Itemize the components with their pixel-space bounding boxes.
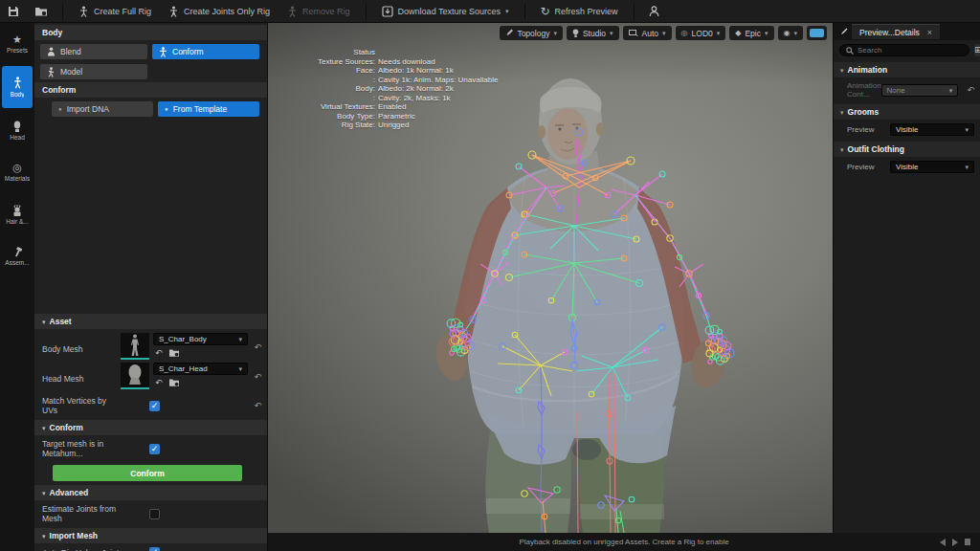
lighting-studio-dropdown[interactable]: Studio ▾	[567, 26, 619, 40]
visibility-dropdown[interactable]: ◉ ▾	[778, 26, 804, 40]
caret-down-icon: ▾	[610, 30, 613, 36]
reset-match-vertices-icon[interactable]: ↶	[248, 401, 261, 410]
refresh-preview-button[interactable]: ↻ Refresh Preview	[532, 0, 627, 22]
animation-content-value: None	[887, 86, 905, 95]
animation-content-select[interactable]: None ▾	[881, 84, 959, 97]
source-control-button[interactable]	[27, 0, 56, 22]
refresh-preview-label: Refresh Preview	[555, 7, 618, 16]
3d-viewport[interactable]: Status Texture Sources:Needs download Fa…	[268, 23, 833, 533]
caret-down-icon: ▾	[840, 109, 844, 116]
from-template-label: From Template	[173, 104, 228, 114]
match-vertices-row: Match Vertices by UVs ✓ ↶	[34, 392, 267, 418]
stop-icon[interactable]	[965, 539, 970, 545]
play-icon[interactable]	[952, 539, 958, 546]
create-joints-only-rig-label: Create Joints Only Rig	[184, 7, 270, 16]
step-back-icon[interactable]	[940, 539, 946, 546]
lod-dropdown[interactable]: ◎ LOD0 ▾	[676, 26, 726, 40]
status-label: Status	[283, 48, 375, 57]
body-mesh-value: S_Char_Body	[159, 335, 207, 343]
details-tab-bar: Preview...Details ×	[834, 23, 980, 40]
reset-head-mesh-icon[interactable]: ↶	[248, 363, 261, 382]
save-button[interactable]	[0, 0, 27, 22]
sidebar-item-materials[interactable]: ◎ Materials	[0, 151, 34, 193]
sidebar-item-label: Body	[11, 91, 25, 98]
sphere-icon: ◎	[12, 163, 22, 173]
caret-down-icon: ▾	[793, 30, 797, 36]
advanced-section-title: Advanced	[50, 488, 89, 497]
grooms-preview-select[interactable]: Visible ▾	[890, 123, 974, 136]
model-button[interactable]: Model	[40, 64, 147, 79]
match-vertices-checkbox[interactable]: ✓	[149, 401, 160, 411]
use-selected-asset-icon[interactable]: ↶	[155, 348, 163, 358]
use-selected-asset-icon[interactable]: ↶	[155, 378, 163, 387]
animation-section-header[interactable]: ▾ Animation	[834, 62, 980, 77]
head-mesh-thumbnail[interactable]	[121, 363, 149, 389]
remove-rig-button[interactable]: Remove Rig	[278, 0, 359, 22]
status-label: Texture Sources:	[283, 57, 375, 67]
conform-button[interactable]: Conform	[53, 465, 242, 481]
asset-section-header[interactable]: ▾ Asset	[34, 314, 267, 329]
import-mesh-section-header[interactable]: ▾ Import Mesh	[34, 528, 267, 543]
tab-preview-details[interactable]: Preview...Details ×	[852, 24, 940, 39]
import-dna-label: Import DNA	[67, 104, 109, 114]
head-icon	[12, 121, 22, 132]
conform-icon	[159, 47, 167, 57]
sidebar-item-hair[interactable]: Hair &...	[0, 193, 34, 235]
body-panel: Body Blend Conform Model Conform	[34, 23, 268, 551]
advanced-section-header[interactable]: ▾ Advanced	[34, 485, 267, 500]
view-options-icon[interactable]: ⊞	[974, 44, 980, 56]
estimate-joints-checkbox[interactable]	[149, 509, 160, 519]
toolbar-separator	[366, 4, 367, 19]
browse-to-asset-icon[interactable]	[168, 378, 180, 387]
grooms-section-title: Grooms	[848, 107, 880, 117]
target-mesh-label: Target mesh is in Metahum...	[42, 439, 138, 458]
browse-to-asset-icon[interactable]	[168, 348, 180, 358]
reset-body-mesh-icon[interactable]: ↶	[248, 333, 261, 352]
body-mesh-select[interactable]: S_Char_Body ▾	[153, 333, 248, 345]
blend-button[interactable]: Blend	[40, 44, 147, 59]
sidebar-item-label: Presets	[7, 47, 28, 54]
auto-rig-checkbox[interactable]: ✓	[149, 547, 160, 551]
lod-label: LOD0	[692, 29, 713, 38]
resolution-auto-dropdown[interactable]: Auto ▾	[623, 26, 672, 40]
sidebar-item-body[interactable]: Body	[2, 66, 33, 108]
caret-down-icon: ▾	[42, 319, 46, 325]
sidebar-item-assembly[interactable]: Assem...	[0, 235, 34, 277]
body-mesh-thumbnail[interactable]	[121, 333, 149, 360]
animation-content-label: Animation Cont...	[847, 81, 881, 99]
quality-epic-dropdown[interactable]: ◆ Epic ▾	[729, 26, 773, 40]
conform-settings-header[interactable]: ▾ Conform	[34, 420, 267, 435]
target-mesh-checkbox[interactable]: ✓	[149, 444, 160, 454]
create-full-rig-button[interactable]: Create Full Rig	[70, 0, 160, 22]
sidebar-item-head[interactable]: Head	[0, 109, 34, 151]
outfit-preview-select[interactable]: Visible ▾	[890, 161, 974, 173]
conform-tab-button[interactable]: Conform	[152, 44, 259, 59]
download-texture-sources-button[interactable]: Download Texture Sources ▾	[373, 0, 518, 22]
caret-down-icon: ▾	[42, 533, 46, 540]
studio-label: Studio	[583, 29, 606, 38]
body-mesh-label: Body Mesh	[42, 333, 121, 354]
toolbar-separator	[62, 4, 63, 19]
star-icon: ★	[12, 34, 22, 45]
reset-animation-content-icon[interactable]: ↶	[962, 85, 974, 95]
from-template-button[interactable]: ● From Template	[158, 101, 259, 117]
conform-tab-label: Conform	[172, 47, 204, 56]
import-dna-button[interactable]: ● Import DNA	[52, 101, 153, 117]
search-input[interactable]	[858, 46, 963, 55]
grooms-section-header[interactable]: ▾ Grooms	[834, 104, 980, 120]
status-label: Body:	[283, 84, 375, 94]
search-box[interactable]	[839, 44, 969, 56]
topology-dropdown[interactable]: Topology ▾	[500, 26, 563, 40]
sidebar-item-presets[interactable]: ★ Presets	[0, 23, 34, 65]
asset-section-title: Asset	[50, 317, 72, 326]
outfit-clothing-section-header[interactable]: ▾ Outfit Clothing	[834, 142, 980, 157]
panel-empty-space	[34, 118, 267, 312]
caret-down-icon: ▾	[42, 490, 46, 496]
close-tab-icon[interactable]: ×	[927, 28, 932, 37]
create-joints-only-rig-button[interactable]: Create Joints Only Rig	[160, 0, 278, 22]
account-button[interactable]	[641, 0, 667, 22]
import-mesh-section-title: Import Mesh	[50, 531, 99, 540]
save-icon	[8, 6, 19, 17]
rig-display-toggle[interactable]	[807, 26, 827, 40]
head-mesh-select[interactable]: S_Char_Head ▾	[153, 363, 248, 375]
